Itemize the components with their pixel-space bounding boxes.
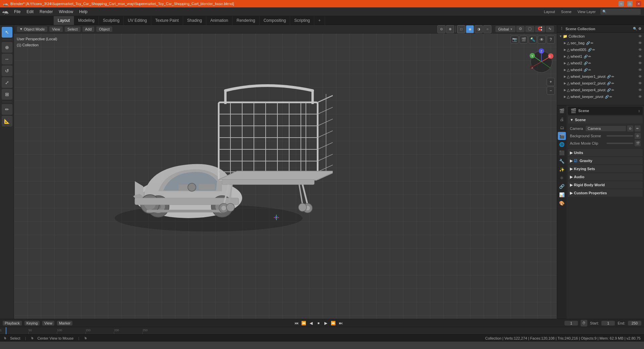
outliner-item-wheel-keeper1[interactable]: ▶ △ wheel_keeper1_pivot 🔗 ✏ 👁 xyxy=(557,73,644,80)
tool-scale[interactable]: ⤢ xyxy=(2,77,12,88)
tab-modeling[interactable]: Modeling xyxy=(74,16,99,25)
axis-navigator[interactable]: X Y Z -X xyxy=(528,48,555,75)
shading-lookdev[interactable]: ◑ xyxy=(475,25,483,33)
viewport-camera-icon[interactable]: 📷 xyxy=(511,36,519,44)
outliner-settings-icon[interactable]: ⚙ xyxy=(638,27,641,31)
play-forward-button[interactable]: ▶ xyxy=(323,320,329,327)
minimize-button[interactable]: ─ xyxy=(619,1,624,6)
gizmo-toggle[interactable]: ⊕ xyxy=(446,25,454,33)
gravity-section-title[interactable]: ▶ ☑ Gravity xyxy=(568,157,643,164)
snap-toggle[interactable]: 🧲 xyxy=(535,26,545,32)
tool-annotate[interactable]: ✏ xyxy=(2,104,12,115)
jump-to-start-button[interactable]: ⏮ xyxy=(293,320,300,327)
outliner-item-wheel1[interactable]: ▶ △ wheel1 🔗 ✏ 👁 xyxy=(557,53,644,60)
outliner-item-collection[interactable]: ▼ 📁 Collection 👁 xyxy=(557,33,644,40)
shading-solid[interactable]: ◉ xyxy=(466,25,474,33)
current-frame-field[interactable]: 1 xyxy=(565,321,578,326)
overlay-toggle[interactable]: ⊙ xyxy=(437,25,445,33)
tab-add[interactable]: + xyxy=(314,16,325,25)
viewport-question-icon[interactable]: ? xyxy=(547,36,555,44)
frame-time-toggle[interactable]: ⏱ xyxy=(581,320,587,327)
object-menu[interactable]: Object xyxy=(96,27,112,32)
camera-field[interactable]: Camera xyxy=(586,126,626,131)
tool-measure[interactable]: 📐 xyxy=(2,116,12,127)
menu-file[interactable]: File xyxy=(11,9,23,15)
menu-render[interactable]: Render xyxy=(37,9,55,15)
prev-keyframe-button[interactable]: ⏪ xyxy=(301,320,307,327)
viewport-render-icon[interactable]: 🎬 xyxy=(520,36,528,44)
outliner-item-wheel-keeper2[interactable]: ▶ △ wheel_keeper2_pivot 🔗 ✏ 👁 xyxy=(557,80,644,87)
tab-scripting[interactable]: Scripting xyxy=(290,16,314,25)
proportional-edit[interactable]: 〇 xyxy=(525,26,534,32)
menu-edit[interactable]: Edit xyxy=(24,9,36,15)
end-frame-field[interactable]: 250 xyxy=(628,321,641,326)
tab-sculpting[interactable]: Sculpting xyxy=(99,16,124,25)
tool-rotate[interactable]: ↺ xyxy=(2,65,12,76)
tab-uv-editing[interactable]: UV Editing xyxy=(124,16,151,25)
scene-section-title[interactable]: ▼ Scene xyxy=(568,116,643,123)
pivot-point[interactable]: ⊙ xyxy=(516,26,525,32)
timeline-playback-menu[interactable]: Playback xyxy=(3,321,22,326)
bg-scene-field[interactable] xyxy=(606,135,633,137)
tab-animation[interactable]: Animation xyxy=(206,16,232,25)
tool-cursor[interactable]: ⊕ xyxy=(2,42,12,53)
outliner-item-wheel-keeper4[interactable]: ▶ △ wheel_keeper4_pivot 🔗 ✏ 👁 xyxy=(557,87,644,93)
outliner-item-wheel005[interactable]: ▶ △ wheel005 🔗 ✏ 👁 xyxy=(557,46,644,53)
audio-section-title[interactable]: ▶ Audio xyxy=(568,173,643,181)
keying-sets-title[interactable]: ▶ Keying Sets xyxy=(568,165,643,172)
props-tab-modifier[interactable]: 🔧 xyxy=(558,157,566,165)
outliner-item-wheel2[interactable]: ▶ △ wheel2 🔗 ✏ 👁 xyxy=(557,60,644,66)
transform-global[interactable]: Global▼ xyxy=(495,26,516,32)
scene-props-expand[interactable]: ↕ xyxy=(638,109,640,113)
props-tab-view-layer[interactable]: 🗂 xyxy=(558,123,566,132)
shading-rendered[interactable]: ○ xyxy=(483,25,491,33)
timeline-view-menu[interactable]: View xyxy=(42,321,54,326)
props-tab-world[interactable]: 🌐 xyxy=(558,140,566,148)
tool-transform[interactable]: ⊞ xyxy=(2,89,12,100)
viewport-scene-icon[interactable]: 🔦 xyxy=(529,36,537,44)
tab-compositing[interactable]: Compositing xyxy=(260,16,290,25)
outliner-item-sec-bag[interactable]: ▶ △ sec_bag 🔗 ✏ 👁 xyxy=(557,40,644,46)
tab-layout[interactable]: Layout xyxy=(54,16,74,25)
mode-selector[interactable]: ▼ Object Mode xyxy=(17,27,47,32)
timeline-keying-menu[interactable]: Keying xyxy=(24,321,40,326)
stop-button[interactable]: ■ xyxy=(315,320,322,327)
tab-shading[interactable]: Shading xyxy=(183,16,206,25)
timeline-marker-menu[interactable]: Marker xyxy=(57,321,72,326)
add-menu[interactable]: Add xyxy=(83,27,95,32)
close-button[interactable]: ✕ xyxy=(636,1,641,6)
rigid-body-section-title[interactable]: ▶ Rigid Body World xyxy=(568,181,643,189)
play-backward-button[interactable]: ◀ xyxy=(308,320,315,327)
start-frame-field[interactable]: 1 xyxy=(601,321,615,326)
search-bar[interactable]: 🔍 xyxy=(600,9,641,15)
props-tab-scene[interactable]: 🎬 xyxy=(558,132,566,140)
camera-eyedropper-icon[interactable]: ⊙ xyxy=(627,126,633,132)
zoom-out-button[interactable]: − xyxy=(547,87,555,95)
viewport-view-icon[interactable]: 👁 xyxy=(538,36,546,44)
units-section-title[interactable]: ▶ Units xyxy=(568,149,643,156)
zoom-in-button[interactable]: + xyxy=(547,78,555,86)
props-tab-constraints[interactable]: 🔗 xyxy=(558,182,566,190)
shading-wireframe[interactable]: □ xyxy=(457,25,465,33)
bg-scene-eyedropper-icon[interactable]: ⊙ xyxy=(635,133,641,139)
outliner-filter-icon[interactable]: 🔍 xyxy=(633,27,637,31)
next-keyframe-button[interactable]: ⏩ xyxy=(330,320,337,327)
props-tab-render[interactable]: 🎬 xyxy=(558,107,566,115)
tab-texture-paint[interactable]: Texture Paint xyxy=(151,16,183,25)
tab-rendering[interactable]: Rendering xyxy=(232,16,259,25)
outliner-item-wheel-keeper-pivot[interactable]: ▶ △ wheel_keeper_pivot 🔗 ✏ 👁 xyxy=(557,93,644,100)
props-tab-particles[interactable]: ✨ xyxy=(558,165,566,173)
viewport-canvas[interactable]: User Perspective (Local) (1) Collection … xyxy=(14,34,557,319)
props-tab-object[interactable]: ⬛ xyxy=(558,149,566,157)
restore-button[interactable]: □ xyxy=(627,1,633,6)
props-tab-output[interactable]: 🖨 xyxy=(558,115,566,123)
movie-clip-field[interactable] xyxy=(606,143,633,144)
camera-edit-icon[interactable]: ✏ xyxy=(635,126,641,132)
menu-help[interactable]: Help xyxy=(76,9,90,15)
select-menu[interactable]: Select xyxy=(65,27,80,32)
menu-window[interactable]: Window xyxy=(56,9,76,15)
tool-select[interactable]: ↖ xyxy=(2,27,12,38)
outliner-item-wheel4[interactable]: ▶ △ wheel4 🔗 ✏ 👁 xyxy=(557,66,644,73)
timeline-scrubber[interactable]: 1 50 100 150 200 250 xyxy=(0,327,644,334)
props-tab-physics[interactable]: ⚛ xyxy=(558,174,566,182)
